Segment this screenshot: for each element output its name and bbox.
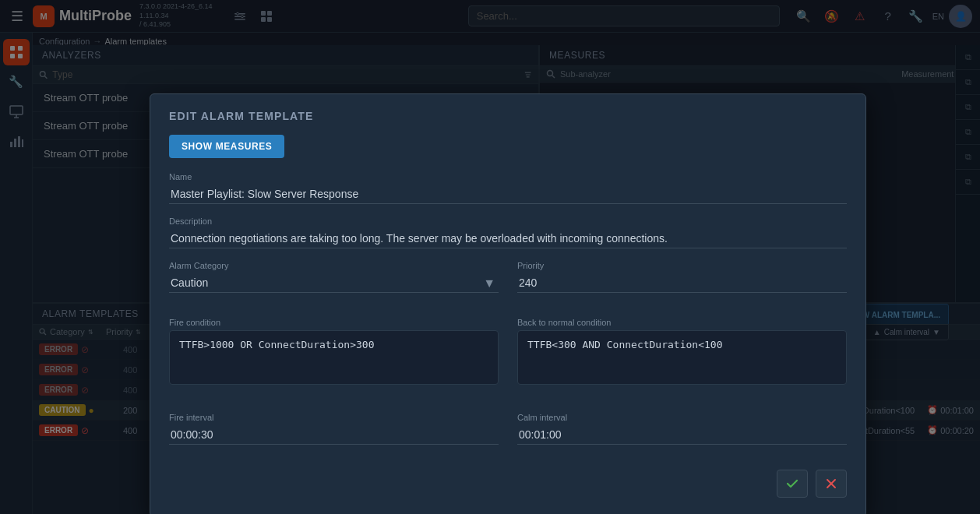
fire-interval-input[interactable]: [169, 425, 499, 445]
edit-alarm-template-modal: EDIT ALARM TEMPLATE SHOW MEASURES Name D…: [150, 93, 866, 514]
calm-interval-input[interactable]: [517, 425, 847, 445]
calm-interval-group: Calm interval: [517, 413, 847, 445]
priority-label: Priority: [517, 261, 847, 270]
fire-condition-label: Fire condition: [169, 318, 499, 327]
description-field-group: Description: [169, 217, 847, 248]
intervals-row: Fire interval Calm interval: [169, 413, 847, 457]
alarm-category-label: Alarm Category: [169, 261, 499, 270]
description-input[interactable]: [169, 229, 847, 248]
back-condition-label: Back to normal condition: [517, 318, 847, 327]
modal-footer: [169, 470, 847, 498]
priority-input[interactable]: [517, 273, 847, 293]
calm-interval-label: Calm interval: [517, 413, 847, 422]
alarm-category-group: Alarm Category Caution Error ▼: [169, 261, 499, 293]
category-priority-row: Alarm Category Caution Error ▼ Priority: [169, 261, 847, 305]
back-condition-textarea[interactable]: [517, 330, 847, 385]
modal-title: EDIT ALARM TEMPLATE: [169, 110, 847, 122]
fire-interval-group: Fire interval: [169, 413, 499, 445]
description-label: Description: [169, 217, 847, 226]
close-icon: [825, 477, 837, 490]
cancel-button[interactable]: [816, 470, 847, 498]
name-input[interactable]: [169, 185, 847, 204]
priority-group: Priority: [517, 261, 847, 293]
alarm-category-select[interactable]: Caution Error: [169, 273, 499, 293]
name-field-group: Name: [169, 172, 847, 204]
fire-condition-group: Fire condition: [169, 318, 499, 388]
show-measures-button[interactable]: SHOW MEASURES: [169, 135, 284, 158]
fire-interval-label: Fire interval: [169, 413, 499, 422]
name-label: Name: [169, 172, 847, 181]
conditions-row: Fire condition Back to normal condition: [169, 318, 847, 400]
alarm-category-select-wrapper: Caution Error ▼: [169, 273, 499, 293]
back-condition-group: Back to normal condition: [517, 318, 847, 388]
confirm-button[interactable]: [777, 470, 808, 498]
check-icon: [785, 477, 799, 491]
fire-condition-textarea[interactable]: [169, 330, 499, 385]
